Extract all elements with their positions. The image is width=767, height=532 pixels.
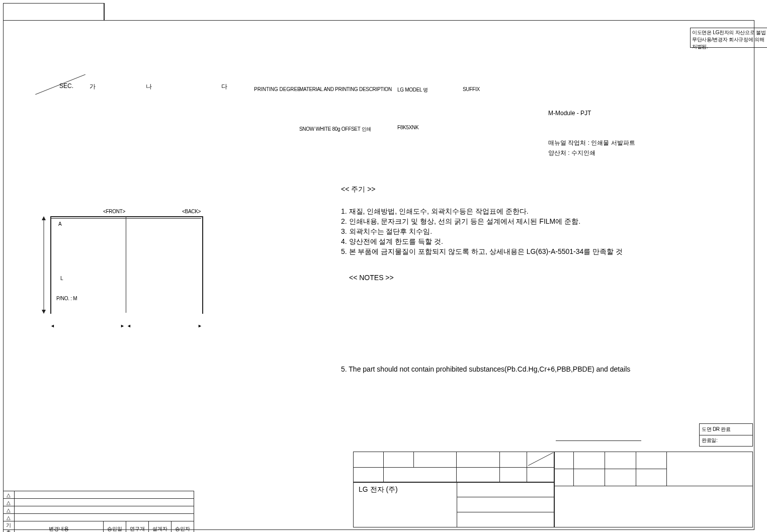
rev-hdr-dept: 연구개 bbox=[126, 521, 149, 533]
col-na: 나 bbox=[146, 82, 152, 91]
vertical-dim-icon bbox=[40, 216, 47, 314]
company-cell: LG 전자 (주) bbox=[354, 482, 457, 527]
l-label-text: L bbox=[60, 276, 63, 281]
company-table: LG 전자 (주) bbox=[353, 482, 554, 527]
parts-table bbox=[353, 452, 554, 483]
material-value: SNOW WHITE 80g OFFSET 인쇄 bbox=[299, 126, 371, 133]
rev-tri-icon bbox=[7, 507, 11, 513]
module-label: M-Module - PJT bbox=[548, 110, 591, 117]
material-desc-label: MATERIAL AND PRINTING DESCRIPTION bbox=[299, 86, 392, 92]
dr-line1: 도면 DR 완료 bbox=[702, 426, 731, 433]
diag-cell-icon bbox=[528, 453, 553, 466]
arrow-right-1-icon bbox=[120, 320, 125, 329]
frame-top-left-tab-right bbox=[104, 3, 104, 20]
rev-hdr-app: 승인자 bbox=[172, 521, 194, 533]
printing-degree-label: PRINTING DEGREE bbox=[254, 86, 301, 92]
figure-fold-line bbox=[126, 216, 126, 313]
notes-ko-5: 5. 본 부품에 금지물질이 포함되지 않도록 하고, 상세내용은 LG(63)… bbox=[341, 247, 623, 256]
arrow-left-1-icon bbox=[50, 320, 55, 329]
revision-table: 기호 변경내용 승인일 연구개 설계자 승인자 bbox=[3, 491, 194, 532]
notes-ko-4: 4. 양산전에 설계 한도를 득할 것. bbox=[341, 237, 443, 246]
title-grid bbox=[554, 452, 753, 527]
model-value: F8K5XNK bbox=[397, 125, 418, 130]
confidential-line1: 이도면은 LG전자의 자산으로 불법 bbox=[692, 29, 766, 36]
lg-model-label: LG MODEL 명 bbox=[397, 86, 428, 94]
dr-box-divider bbox=[700, 435, 752, 435]
svg-marker-3 bbox=[42, 310, 46, 314]
dr-box: 도면 DR 완료 완료일: bbox=[699, 423, 753, 447]
manual-line: 매뉴얼 작업처 : 인쇄물 서발파트 bbox=[548, 139, 635, 147]
col-da: 다 bbox=[221, 82, 227, 91]
confidential-box: 이도면은 LG전자의 자산으로 불법 무단사용/변경자 회사규정에 의해 처벌됨… bbox=[690, 28, 767, 48]
rev-hdr-des: 설계자 bbox=[149, 521, 172, 533]
back-label: <BACK> bbox=[182, 209, 201, 214]
confidential-line2: 무단사용/변경자 회사규정에 의해 처벌됨. bbox=[692, 36, 766, 50]
sec-label: SEC. bbox=[59, 82, 73, 90]
svg-line-4 bbox=[528, 453, 553, 466]
dr-line2: 완료일: bbox=[702, 437, 718, 444]
dr-sign-line bbox=[556, 440, 641, 441]
notes-ko-title: << 주기 >> bbox=[341, 185, 375, 194]
rev-hdr-desc: 변경내용 bbox=[14, 521, 103, 533]
col-ga: 가 bbox=[90, 82, 96, 91]
rev-tri-icon bbox=[7, 515, 11, 520]
notes-ko-3: 3. 외곽치수는 절단후 치수임. bbox=[341, 227, 432, 236]
arrow-left-2-icon bbox=[127, 320, 131, 329]
rev-hdr-sym: 기호 bbox=[4, 521, 15, 533]
notes-ko-2: 2. 인쇄내용, 문자크기 및 형상, 선의 굵기 등은 설계에서 제시된 FI… bbox=[341, 217, 580, 226]
suffix-label: SUFFIX bbox=[463, 86, 480, 92]
rev-tri-icon bbox=[7, 500, 11, 505]
notes-en-title: << NOTES >> bbox=[349, 274, 394, 282]
a-label-text: A bbox=[58, 221, 61, 227]
frame-top-left-tab bbox=[3, 3, 105, 21]
prod-line: 양산처 : 수지인쇄 bbox=[548, 149, 595, 157]
notes-ko-1: 1. 재질, 인쇄방법, 인쇄도수, 외곽치수등은 작업표에 준한다. bbox=[341, 207, 529, 216]
front-label: <FRONT> bbox=[103, 209, 125, 214]
rev-hdr-date: 승인일 bbox=[104, 521, 126, 533]
rev-tri-icon bbox=[7, 492, 11, 498]
dr-sign-area bbox=[556, 423, 697, 448]
pn-label-text: P/NO. : M bbox=[56, 296, 77, 301]
svg-marker-2 bbox=[42, 216, 46, 220]
notes-en-5: 5. The part should not contain prohibite… bbox=[341, 365, 630, 373]
arrow-right-2-icon bbox=[198, 320, 202, 329]
